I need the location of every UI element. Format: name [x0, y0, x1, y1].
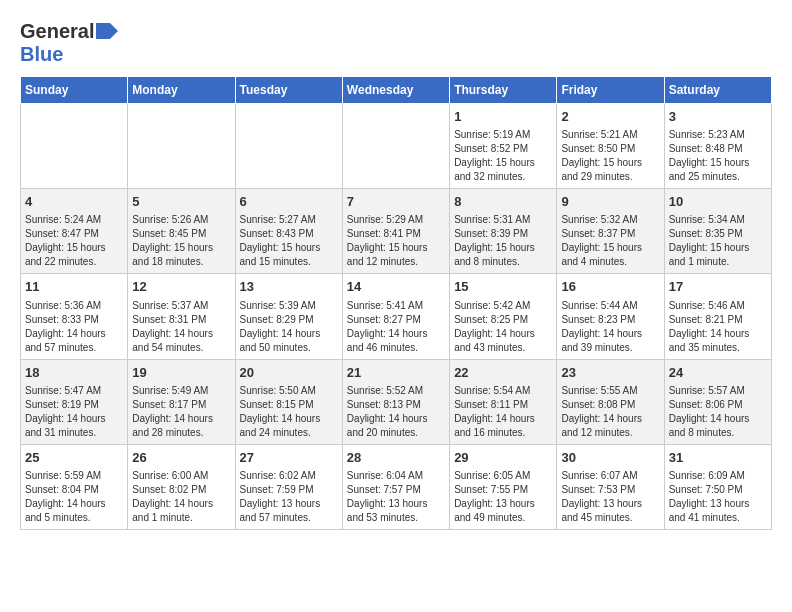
page-header: General Blue [20, 20, 772, 66]
calendar-cell [21, 104, 128, 189]
day-number: 10 [669, 193, 767, 211]
calendar-header-row: SundayMondayTuesdayWednesdayThursdayFrid… [21, 77, 772, 104]
calendar-cell: 2Sunrise: 5:21 AM Sunset: 8:50 PM Daylig… [557, 104, 664, 189]
calendar-cell: 1Sunrise: 5:19 AM Sunset: 8:52 PM Daylig… [450, 104, 557, 189]
day-number: 5 [132, 193, 230, 211]
calendar-cell: 8Sunrise: 5:31 AM Sunset: 8:39 PM Daylig… [450, 189, 557, 274]
calendar-cell: 7Sunrise: 5:29 AM Sunset: 8:41 PM Daylig… [342, 189, 449, 274]
calendar-cell: 16Sunrise: 5:44 AM Sunset: 8:23 PM Dayli… [557, 274, 664, 359]
day-number: 17 [669, 278, 767, 296]
day-info: Sunrise: 5:39 AM Sunset: 8:29 PM Dayligh… [240, 299, 338, 355]
day-info: Sunrise: 5:47 AM Sunset: 8:19 PM Dayligh… [25, 384, 123, 440]
day-number: 24 [669, 364, 767, 382]
day-info: Sunrise: 5:41 AM Sunset: 8:27 PM Dayligh… [347, 299, 445, 355]
calendar-cell [128, 104, 235, 189]
day-info: Sunrise: 6:00 AM Sunset: 8:02 PM Dayligh… [132, 469, 230, 525]
day-info: Sunrise: 5:31 AM Sunset: 8:39 PM Dayligh… [454, 213, 552, 269]
calendar-cell: 21Sunrise: 5:52 AM Sunset: 8:13 PM Dayli… [342, 359, 449, 444]
day-number: 23 [561, 364, 659, 382]
calendar-cell: 13Sunrise: 5:39 AM Sunset: 8:29 PM Dayli… [235, 274, 342, 359]
day-info: Sunrise: 5:49 AM Sunset: 8:17 PM Dayligh… [132, 384, 230, 440]
day-number: 11 [25, 278, 123, 296]
day-info: Sunrise: 5:19 AM Sunset: 8:52 PM Dayligh… [454, 128, 552, 184]
day-info: Sunrise: 5:50 AM Sunset: 8:15 PM Dayligh… [240, 384, 338, 440]
logo-blue-text: Blue [20, 43, 63, 66]
day-info: Sunrise: 6:04 AM Sunset: 7:57 PM Dayligh… [347, 469, 445, 525]
calendar-cell: 18Sunrise: 5:47 AM Sunset: 8:19 PM Dayli… [21, 359, 128, 444]
svg-marker-0 [96, 23, 118, 39]
day-info: Sunrise: 5:46 AM Sunset: 8:21 PM Dayligh… [669, 299, 767, 355]
logo: General Blue [20, 20, 118, 66]
day-info: Sunrise: 5:23 AM Sunset: 8:48 PM Dayligh… [669, 128, 767, 184]
day-number: 26 [132, 449, 230, 467]
day-number: 21 [347, 364, 445, 382]
day-number: 30 [561, 449, 659, 467]
day-info: Sunrise: 6:09 AM Sunset: 7:50 PM Dayligh… [669, 469, 767, 525]
day-info: Sunrise: 5:59 AM Sunset: 8:04 PM Dayligh… [25, 469, 123, 525]
calendar-cell: 17Sunrise: 5:46 AM Sunset: 8:21 PM Dayli… [664, 274, 771, 359]
day-number: 27 [240, 449, 338, 467]
day-number: 4 [25, 193, 123, 211]
day-info: Sunrise: 6:05 AM Sunset: 7:55 PM Dayligh… [454, 469, 552, 525]
calendar-week-row: 4Sunrise: 5:24 AM Sunset: 8:47 PM Daylig… [21, 189, 772, 274]
calendar-cell: 15Sunrise: 5:42 AM Sunset: 8:25 PM Dayli… [450, 274, 557, 359]
logo-general-text: General [20, 20, 94, 43]
calendar-cell: 5Sunrise: 5:26 AM Sunset: 8:45 PM Daylig… [128, 189, 235, 274]
day-number: 6 [240, 193, 338, 211]
day-number: 12 [132, 278, 230, 296]
day-number: 16 [561, 278, 659, 296]
calendar-cell: 22Sunrise: 5:54 AM Sunset: 8:11 PM Dayli… [450, 359, 557, 444]
day-info: Sunrise: 5:32 AM Sunset: 8:37 PM Dayligh… [561, 213, 659, 269]
day-info: Sunrise: 5:54 AM Sunset: 8:11 PM Dayligh… [454, 384, 552, 440]
col-header-wednesday: Wednesday [342, 77, 449, 104]
day-number: 18 [25, 364, 123, 382]
calendar-cell: 4Sunrise: 5:24 AM Sunset: 8:47 PM Daylig… [21, 189, 128, 274]
calendar-cell: 14Sunrise: 5:41 AM Sunset: 8:27 PM Dayli… [342, 274, 449, 359]
logo-arrow-icon [96, 23, 118, 43]
day-number: 20 [240, 364, 338, 382]
calendar-cell: 24Sunrise: 5:57 AM Sunset: 8:06 PM Dayli… [664, 359, 771, 444]
calendar-cell [235, 104, 342, 189]
calendar-table: SundayMondayTuesdayWednesdayThursdayFrid… [20, 76, 772, 530]
day-info: Sunrise: 5:29 AM Sunset: 8:41 PM Dayligh… [347, 213, 445, 269]
calendar-cell: 30Sunrise: 6:07 AM Sunset: 7:53 PM Dayli… [557, 444, 664, 529]
calendar-cell: 19Sunrise: 5:49 AM Sunset: 8:17 PM Dayli… [128, 359, 235, 444]
day-info: Sunrise: 5:52 AM Sunset: 8:13 PM Dayligh… [347, 384, 445, 440]
day-number: 28 [347, 449, 445, 467]
day-info: Sunrise: 5:42 AM Sunset: 8:25 PM Dayligh… [454, 299, 552, 355]
day-info: Sunrise: 5:34 AM Sunset: 8:35 PM Dayligh… [669, 213, 767, 269]
calendar-cell: 3Sunrise: 5:23 AM Sunset: 8:48 PM Daylig… [664, 104, 771, 189]
calendar-cell [342, 104, 449, 189]
calendar-cell: 23Sunrise: 5:55 AM Sunset: 8:08 PM Dayli… [557, 359, 664, 444]
calendar-week-row: 11Sunrise: 5:36 AM Sunset: 8:33 PM Dayli… [21, 274, 772, 359]
col-header-saturday: Saturday [664, 77, 771, 104]
calendar-cell: 12Sunrise: 5:37 AM Sunset: 8:31 PM Dayli… [128, 274, 235, 359]
day-number: 7 [347, 193, 445, 211]
day-number: 2 [561, 108, 659, 126]
calendar-cell: 11Sunrise: 5:36 AM Sunset: 8:33 PM Dayli… [21, 274, 128, 359]
calendar-cell: 25Sunrise: 5:59 AM Sunset: 8:04 PM Dayli… [21, 444, 128, 529]
day-number: 1 [454, 108, 552, 126]
day-number: 14 [347, 278, 445, 296]
day-number: 31 [669, 449, 767, 467]
calendar-cell: 31Sunrise: 6:09 AM Sunset: 7:50 PM Dayli… [664, 444, 771, 529]
day-number: 29 [454, 449, 552, 467]
col-header-tuesday: Tuesday [235, 77, 342, 104]
calendar-cell: 6Sunrise: 5:27 AM Sunset: 8:43 PM Daylig… [235, 189, 342, 274]
day-number: 22 [454, 364, 552, 382]
calendar-cell: 27Sunrise: 6:02 AM Sunset: 7:59 PM Dayli… [235, 444, 342, 529]
calendar-cell: 28Sunrise: 6:04 AM Sunset: 7:57 PM Dayli… [342, 444, 449, 529]
calendar-week-row: 18Sunrise: 5:47 AM Sunset: 8:19 PM Dayli… [21, 359, 772, 444]
day-number: 13 [240, 278, 338, 296]
day-info: Sunrise: 5:26 AM Sunset: 8:45 PM Dayligh… [132, 213, 230, 269]
day-info: Sunrise: 6:02 AM Sunset: 7:59 PM Dayligh… [240, 469, 338, 525]
col-header-sunday: Sunday [21, 77, 128, 104]
calendar-cell: 29Sunrise: 6:05 AM Sunset: 7:55 PM Dayli… [450, 444, 557, 529]
day-number: 15 [454, 278, 552, 296]
day-info: Sunrise: 5:24 AM Sunset: 8:47 PM Dayligh… [25, 213, 123, 269]
day-info: Sunrise: 5:21 AM Sunset: 8:50 PM Dayligh… [561, 128, 659, 184]
day-info: Sunrise: 5:27 AM Sunset: 8:43 PM Dayligh… [240, 213, 338, 269]
calendar-cell: 10Sunrise: 5:34 AM Sunset: 8:35 PM Dayli… [664, 189, 771, 274]
day-info: Sunrise: 5:57 AM Sunset: 8:06 PM Dayligh… [669, 384, 767, 440]
day-info: Sunrise: 5:36 AM Sunset: 8:33 PM Dayligh… [25, 299, 123, 355]
